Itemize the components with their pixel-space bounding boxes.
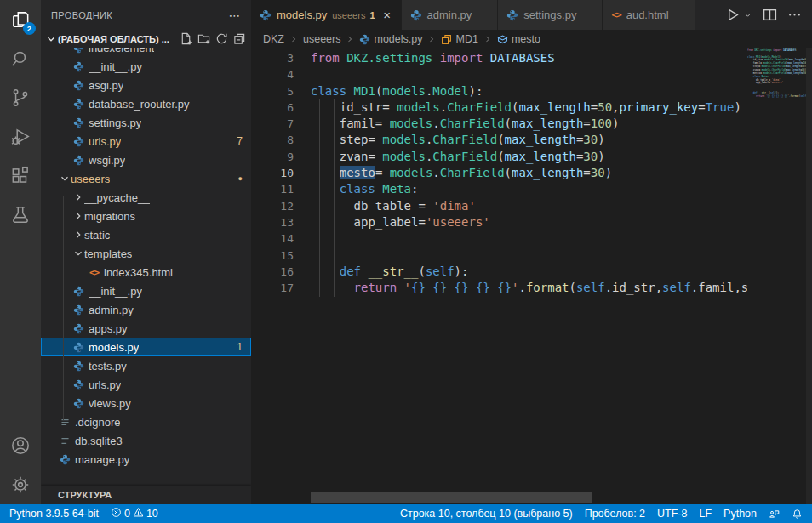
problems-indicator[interactable]: 010 [105, 504, 164, 523]
run-icon[interactable] [725, 8, 740, 22]
tree-item-admin-py[interactable]: admin.py [41, 300, 251, 319]
horizontal-scrollbar[interactable] [311, 492, 592, 503]
code-line: 16 def __str__(self): [251, 264, 747, 280]
tree-item-index345-html[interactable]: <>index345.html [41, 263, 251, 281]
tree-item-database-roouter-py[interactable]: database_roouter.py [41, 94, 251, 113]
code-line: 8 step= models.CharField(max_length=30) [251, 132, 747, 148]
code-line: 6 id_str= models.CharField(max_length=50… [251, 99, 747, 116]
overview-ruler [806, 48, 812, 504]
code-line: 11 class Meta: [251, 181, 747, 197]
code-editor[interactable]: 3from DKZ.settings import DATABASES45cla… [251, 48, 812, 504]
tab-models-py[interactable]: models.pyuseeers1× [251, 0, 402, 30]
file-label: manage.py [75, 453, 129, 466]
encoding[interactable]: UTF-8 [651, 504, 693, 523]
tree-item-asgi-py[interactable]: asgi.py [41, 76, 251, 94]
breadcrumb-item-models-py[interactable]: models.py [359, 33, 422, 45]
new-file-icon[interactable] [180, 32, 192, 47]
tree-item-urls-py[interactable]: urls.py7 [41, 132, 251, 151]
tree-item--init-py[interactable]: __init__.py [41, 281, 251, 300]
activitybar-search[interactable] [0, 39, 41, 78]
activitybar-extensions[interactable] [0, 156, 41, 196]
status-label: Python [723, 508, 757, 520]
breadcrumb-item-useeers[interactable]: useeers [303, 33, 340, 45]
line-number: 6 [251, 99, 294, 116]
tree-folder-static[interactable]: static [41, 225, 251, 244]
python-icon [71, 323, 86, 334]
tab-settings-py[interactable]: settings.py× [498, 0, 603, 30]
line-content: step= models.CharField(max_length=30) [311, 132, 747, 148]
collapse-all-icon[interactable] [233, 32, 246, 47]
file-label: asgi.py [89, 79, 123, 92]
indentation[interactable]: Пробелов: 2 [579, 504, 651, 523]
workspace-section-header[interactable]: (РАБОЧАЯ ОБЛАСТЬ) ... [41, 30, 251, 48]
chevron-right-icon [71, 229, 84, 241]
explorer-badge: 2 [23, 22, 36, 35]
activitybar-explorer[interactable]: 2 [0, 0, 41, 39]
explorer-more-icon[interactable]: ⋯ [229, 9, 241, 22]
tree-folder-templates[interactable]: templates [41, 244, 251, 263]
notifications-bell-icon[interactable] [786, 504, 809, 523]
tab-admin-py[interactable]: admin.py× [402, 0, 499, 30]
activitybar-testing[interactable] [0, 196, 41, 235]
python-icon [506, 9, 518, 21]
new-folder-icon[interactable] [197, 32, 210, 47]
python-icon [58, 454, 72, 465]
run-dropdown-icon[interactable] [750, 10, 752, 20]
tree-item-apps-py[interactable]: apps.py [41, 319, 251, 338]
file-label: tests.py [89, 360, 127, 372]
vscode-window: 2 ПРОВОДНИК ⋯ (РАБОЧАЯ ОБЛАСТЬ) ... inde… [0, 0, 812, 523]
tree-item-db-sqlite3[interactable]: db.sqlite3 [41, 431, 251, 450]
tree-item-clipped[interactable]: indexelement [41, 48, 251, 57]
activitybar-settings[interactable] [0, 465, 41, 504]
breadcrumb-item-mesto[interactable]: mesto [497, 33, 540, 45]
more-icon[interactable] [787, 8, 802, 22]
line-number: 5 [251, 83, 294, 99]
tree-item-wsgi-py[interactable]: wsgi.py [41, 151, 251, 169]
tree-folder-migrations[interactable]: migrations [41, 207, 251, 225]
tree-folder--pycache-[interactable]: __pycache__ [41, 188, 251, 207]
line-content: app_label='useeers' [311, 214, 747, 230]
split-editor-icon[interactable] [763, 8, 777, 22]
tree-item-settings-py[interactable]: settings.py [41, 113, 251, 132]
indent-guide [334, 99, 335, 297]
tree-item--dcignore[interactable]: .dcignore [41, 412, 251, 431]
python-interpreter[interactable]: Python 3.9.5 64-bit [3, 504, 105, 523]
status-label: Пробелов: 2 [585, 508, 645, 520]
outline-section-header[interactable]: СТРУКТУРА [41, 486, 251, 504]
tree-item-urls-py[interactable]: urls.py [41, 375, 251, 394]
language-mode[interactable]: Python [718, 504, 763, 523]
file-label: index345.html [104, 266, 173, 279]
tab-aud-html[interactable]: <>aud.html× [603, 0, 695, 30]
breadcrumb-item-md1[interactable]: MD1 [441, 33, 477, 45]
outline-label: СТРУКТУРА [58, 490, 112, 500]
file-label: useeers [71, 173, 110, 185]
cursor-position[interactable]: Строка 10, столбец 10 (выбрано 5) [394, 504, 579, 523]
editor-actions [715, 0, 812, 30]
file-label: indexelement [89, 48, 154, 54]
tree-clipped-row: indexelement [41, 48, 251, 57]
tree-item--init-py[interactable]: __init__.py [41, 57, 251, 76]
line-number: 3 [251, 50, 294, 66]
tree-item-manage-py[interactable]: manage.py [41, 450, 251, 469]
close-icon[interactable]: × [382, 9, 392, 21]
line-content: id_str= models.CharField(max_length=50,p… [311, 99, 747, 116]
python-icon [410, 9, 422, 21]
activitybar-run-debug[interactable] [0, 117, 41, 156]
activitybar-account[interactable] [0, 426, 41, 465]
refresh-icon[interactable] [215, 32, 228, 47]
field-symbol-icon [497, 34, 508, 45]
activitybar-source-control[interactable] [0, 78, 41, 117]
code-line: 14 [251, 230, 747, 247]
tree-item-models-py[interactable]: models.py1 [41, 338, 251, 356]
line-number: 4 [251, 66, 294, 82]
tree-folder-useeers[interactable]: useeers● [41, 169, 251, 188]
tree-item-views-py[interactable]: views.py [41, 394, 251, 412]
tree-item-tests-py[interactable]: tests.py [41, 356, 251, 375]
python-icon [71, 48, 86, 54]
breadcrumb-item-dkz[interactable]: DKZ [263, 33, 284, 45]
chevron-right-icon [71, 191, 84, 203]
html-icon: <> [87, 267, 101, 278]
feedback-icon[interactable] [763, 504, 786, 523]
eol[interactable]: LF [693, 504, 718, 523]
minimap[interactable]: from DKZ.settings import DATABASESclass … [747, 48, 806, 504]
